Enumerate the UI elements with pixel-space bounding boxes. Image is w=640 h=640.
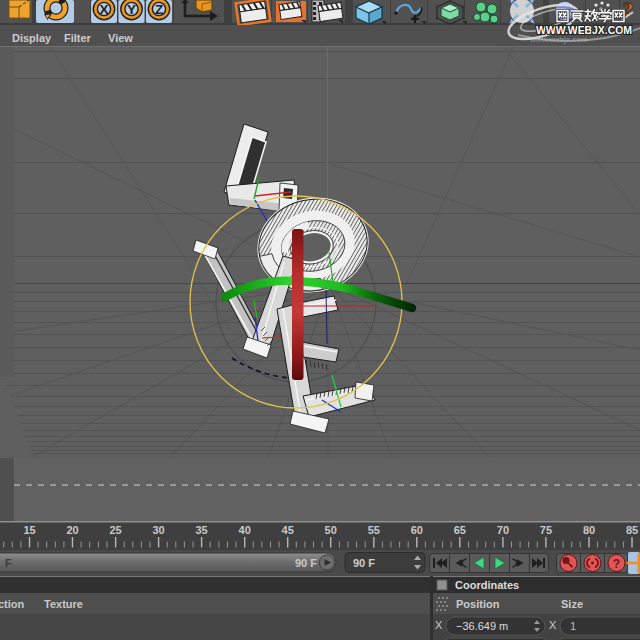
svg-text:X: X bbox=[549, 619, 557, 631]
svg-text:Y: Y bbox=[127, 2, 136, 17]
svg-text:35: 35 bbox=[195, 524, 207, 536]
svg-text:X: X bbox=[435, 619, 443, 631]
svg-text:50: 50 bbox=[325, 524, 337, 536]
svg-text:Size: Size bbox=[561, 598, 583, 610]
svg-text:45: 45 bbox=[282, 524, 294, 536]
svg-text:65: 65 bbox=[454, 524, 466, 536]
svg-text:85: 85 bbox=[626, 524, 638, 536]
svg-text:25: 25 bbox=[109, 524, 121, 536]
svg-text:?: ? bbox=[623, 0, 634, 22]
svg-text:X: X bbox=[99, 2, 108, 17]
svg-text:ction: ction bbox=[0, 598, 25, 610]
svg-text:80: 80 bbox=[583, 524, 595, 536]
svg-text:55: 55 bbox=[368, 524, 380, 536]
svg-text:Texture: Texture bbox=[44, 598, 83, 610]
svg-text:−36.649 m: −36.649 m bbox=[456, 620, 508, 632]
svg-text:30: 30 bbox=[152, 524, 164, 536]
svg-text:?: ? bbox=[613, 557, 620, 571]
svg-text:F: F bbox=[5, 557, 12, 569]
svg-text:90 F: 90 F bbox=[353, 557, 375, 569]
svg-text:60: 60 bbox=[411, 524, 423, 536]
svg-text:20: 20 bbox=[66, 524, 78, 536]
svg-text:70: 70 bbox=[497, 524, 509, 536]
svg-text:Coordinates: Coordinates bbox=[455, 579, 519, 591]
svg-text:1: 1 bbox=[570, 620, 576, 632]
svg-text:40: 40 bbox=[239, 524, 251, 536]
svg-text:Position: Position bbox=[456, 598, 500, 610]
svg-text:15: 15 bbox=[23, 524, 35, 536]
svg-text:75: 75 bbox=[540, 524, 552, 536]
svg-text:90 F: 90 F bbox=[295, 557, 317, 569]
svg-text:Z: Z bbox=[155, 2, 163, 17]
